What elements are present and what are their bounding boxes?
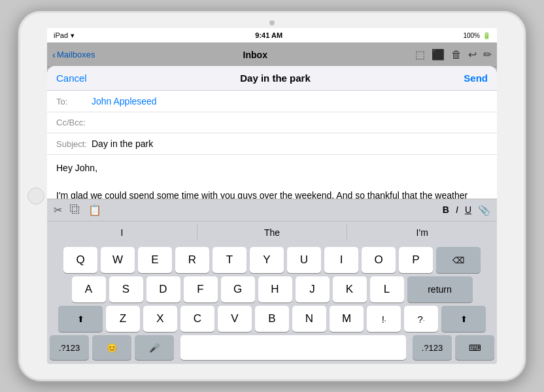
toolbar-left: ✂ ⿻ 📋 bbox=[54, 204, 101, 216]
kb-row-1: Q W E R T Y U I O P ⌫ bbox=[50, 247, 494, 273]
status-left: iPad ▾ bbox=[54, 31, 75, 40]
compose-overlay: Cancel Day in the park Send To: John App… bbox=[47, 42, 497, 364]
autocorrect-bar: I The I'm bbox=[47, 221, 497, 243]
compose-title: Day in the park bbox=[240, 73, 311, 84]
key-Q[interactable]: Q bbox=[63, 247, 97, 273]
key-I[interactable]: I bbox=[324, 247, 358, 273]
key-P[interactable]: P bbox=[399, 247, 433, 273]
emoji-key[interactable]: 😊 bbox=[92, 335, 131, 360]
wifi-icon: ▾ bbox=[71, 31, 75, 40]
numbers-left-key[interactable]: .?123 bbox=[50, 335, 89, 360]
screen: iPad ▾ 9:41 AM 100% 🔋 ‹ Mailboxes Inbox … bbox=[47, 28, 497, 364]
to-value[interactable]: John Appleseed bbox=[92, 96, 157, 106]
numbers-right-key[interactable]: .?123 bbox=[413, 335, 452, 360]
key-Z[interactable]: Z bbox=[106, 306, 140, 332]
status-bar: iPad ▾ 9:41 AM 100% 🔋 bbox=[47, 28, 497, 42]
home-button[interactable] bbox=[27, 188, 44, 204]
key-E[interactable]: E bbox=[138, 247, 172, 273]
ipad-shell: iPad ▾ 9:41 AM 100% 🔋 ‹ Mailboxes Inbox … bbox=[17, 10, 527, 382]
status-time: 9:41 AM bbox=[255, 31, 282, 39]
key-F[interactable]: F bbox=[184, 276, 218, 302]
keyboard-hide-key[interactable]: ⌨ bbox=[455, 335, 494, 360]
subject-label: Subject: bbox=[56, 139, 89, 149]
compose-header: Cancel Day in the park Send bbox=[47, 66, 497, 91]
copy-icon[interactable]: ⿻ bbox=[70, 204, 80, 216]
key-exclaim[interactable]: !, bbox=[367, 306, 401, 332]
key-O[interactable]: O bbox=[362, 247, 396, 273]
autocorrect-word-2[interactable]: The bbox=[197, 225, 348, 240]
compose-sheet: Cancel Day in the park Send To: John App… bbox=[47, 66, 497, 364]
kb-bottom-row: .?123 😊 🎤 .?123 ⌨ bbox=[50, 335, 494, 361]
subject-field-row[interactable]: Subject: Day in the park bbox=[47, 133, 497, 155]
cc-label: Cc/Bcc: bbox=[56, 118, 89, 127]
compose-body[interactable]: Hey John, I'm glad we could spend some t… bbox=[47, 155, 497, 199]
send-button[interactable]: Send bbox=[464, 73, 488, 84]
main-content: ‹ Mailboxes Inbox ⬚ ⬛ 🗑 ↩ ✏ bbox=[47, 42, 497, 364]
compose-fields: To: John Appleseed Cc/Bcc: Subject: Day … bbox=[47, 91, 497, 155]
key-W[interactable]: W bbox=[101, 247, 135, 273]
return-key[interactable]: return bbox=[407, 276, 473, 302]
key-V[interactable]: V bbox=[218, 306, 252, 332]
battery-icon: 🔋 bbox=[483, 32, 490, 39]
key-K[interactable]: K bbox=[333, 276, 367, 302]
key-N[interactable]: N bbox=[292, 306, 326, 332]
key-X[interactable]: X bbox=[143, 306, 177, 332]
right-shift-key[interactable]: ⬆ bbox=[441, 306, 486, 332]
key-M[interactable]: M bbox=[330, 306, 364, 332]
keyboard: Q W E R T Y U I O P ⌫ bbox=[47, 243, 497, 364]
delete-key[interactable]: ⌫ bbox=[436, 247, 481, 273]
left-shift-key[interactable]: ⬆ bbox=[58, 306, 103, 332]
key-T[interactable]: T bbox=[212, 247, 246, 273]
cut-icon[interactable]: ✂ bbox=[54, 204, 62, 216]
kb-row-3: ⬆ Z X C V B N M !, ?. ⬆ bbox=[50, 306, 494, 332]
to-field-row[interactable]: To: John Appleseed bbox=[47, 91, 497, 112]
compose-toolbar: ✂ ⿻ 📋 B I U 📎 bbox=[47, 199, 497, 221]
compose-body-text: Hey John, I'm glad we could spend some t… bbox=[56, 163, 490, 199]
cancel-button[interactable]: Cancel bbox=[56, 73, 87, 84]
key-Y[interactable]: Y bbox=[250, 247, 284, 273]
mic-key[interactable]: 🎤 bbox=[135, 335, 174, 360]
key-A[interactable]: A bbox=[72, 276, 106, 302]
key-J[interactable]: J bbox=[296, 276, 330, 302]
key-U[interactable]: U bbox=[287, 247, 321, 273]
autocorrect-word-1[interactable]: I bbox=[47, 225, 197, 240]
key-C[interactable]: C bbox=[180, 306, 214, 332]
key-D[interactable]: D bbox=[146, 276, 180, 302]
attachment-icon[interactable]: 📎 bbox=[478, 204, 490, 216]
key-L[interactable]: L bbox=[370, 276, 404, 302]
key-B[interactable]: B bbox=[255, 306, 289, 332]
italic-button[interactable]: I bbox=[456, 204, 458, 216]
cc-field-row[interactable]: Cc/Bcc: bbox=[47, 112, 497, 133]
key-H[interactable]: H bbox=[258, 276, 292, 302]
toolbar-right: B I U 📎 bbox=[443, 204, 490, 216]
key-R[interactable]: R bbox=[175, 247, 209, 273]
key-S[interactable]: S bbox=[109, 276, 143, 302]
subject-value[interactable]: Day in the park bbox=[92, 139, 153, 149]
underline-button[interactable]: U bbox=[465, 204, 471, 216]
bold-button[interactable]: B bbox=[443, 204, 449, 216]
to-label: To: bbox=[56, 97, 89, 106]
status-right: 100% 🔋 bbox=[463, 32, 490, 39]
kb-row-2: A S D F G H J K L return bbox=[50, 276, 494, 302]
battery-label: 100% bbox=[463, 32, 480, 39]
key-question[interactable]: ?. bbox=[404, 306, 438, 332]
front-camera bbox=[269, 20, 275, 25]
spacebar-key[interactable] bbox=[180, 335, 406, 360]
ipad-label: iPad bbox=[54, 31, 68, 39]
autocorrect-word-3[interactable]: I'm bbox=[347, 225, 497, 240]
paste-icon[interactable]: 📋 bbox=[88, 204, 101, 216]
key-G[interactable]: G bbox=[221, 276, 255, 302]
